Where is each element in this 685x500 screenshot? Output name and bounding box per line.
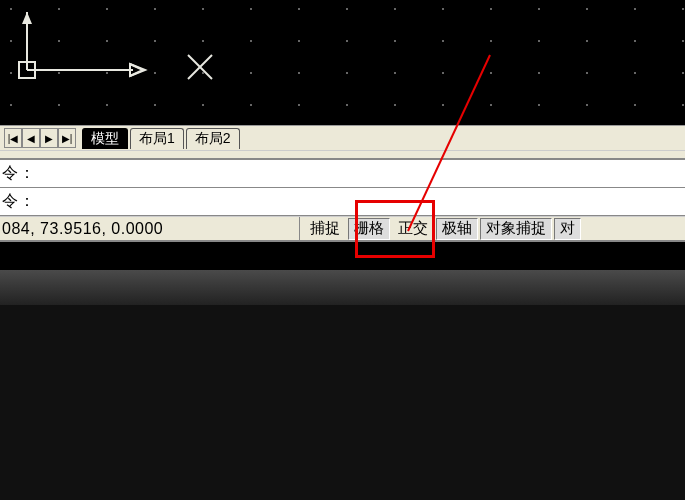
grid-dot [10, 104, 12, 106]
grid-dot [538, 104, 540, 106]
grid-dot [58, 72, 60, 74]
grid-dot [58, 104, 60, 106]
grid-dot [202, 40, 204, 42]
shadow-strip [0, 270, 685, 305]
grid-dot [490, 8, 492, 10]
grid-dot [634, 40, 636, 42]
grid-dot [250, 104, 252, 106]
grid-dot [586, 40, 588, 42]
layout-tab-row: |◀ ◀ ▶ ▶| 模型 布局1 布局2 [0, 125, 685, 150]
status-bar: 084, 73.9516, 0.0000 捕捉 栅格 正交 极轴 对象捕捉 对 [0, 216, 685, 242]
grid-dot [538, 8, 540, 10]
grid-dot [634, 72, 636, 74]
grid-dot [202, 72, 204, 74]
vcr-first[interactable]: |◀ [4, 128, 22, 148]
cursor-crosshair [185, 52, 215, 85]
grid-dot [490, 72, 492, 74]
grid-dot [58, 8, 60, 10]
grid-dot [634, 8, 636, 10]
grid-dot [10, 8, 12, 10]
grid-dot [346, 72, 348, 74]
grid-dot [298, 104, 300, 106]
ucs-icon [15, 12, 155, 95]
osnap-toggle[interactable]: 对象捕捉 [480, 218, 552, 240]
ortho-toggle[interactable]: 正交 [392, 218, 434, 240]
grid-dot [298, 72, 300, 74]
grid-dot [682, 40, 684, 42]
grid-dot [298, 8, 300, 10]
grid-dot [106, 104, 108, 106]
grid-dot [154, 72, 156, 74]
grid-dot [634, 104, 636, 106]
grid-dot [538, 72, 540, 74]
grid-dot [346, 40, 348, 42]
grid-dot [442, 8, 444, 10]
grid-dot [490, 104, 492, 106]
grid-dot [682, 104, 684, 106]
tab-model[interactable]: 模型 [82, 128, 128, 149]
grid-dot [10, 40, 12, 42]
command-history-line: 令： [0, 160, 685, 188]
grid-dot [394, 72, 396, 74]
vcr-controls: |◀ ◀ ▶ ▶| [4, 128, 76, 148]
grid-dot [250, 72, 252, 74]
grid-dot [586, 104, 588, 106]
vcr-next[interactable]: ▶ [40, 128, 58, 148]
coordinates-readout: 084, 73.9516, 0.0000 [0, 217, 300, 240]
grid-toggle[interactable]: 栅格 [348, 218, 390, 240]
grid-dot [682, 72, 684, 74]
grid-dot [58, 40, 60, 42]
lower-void [0, 305, 685, 500]
grid-dot [346, 8, 348, 10]
mode-toggles: 捕捉 栅格 正交 极轴 对象捕捉 对 [300, 217, 685, 240]
tab-layout2[interactable]: 布局2 [186, 128, 240, 149]
grid-dot [538, 40, 540, 42]
grid-dot [442, 72, 444, 74]
grid-dot [346, 104, 348, 106]
grid-dot [10, 72, 12, 74]
grid-dot [394, 40, 396, 42]
grid-dot [490, 40, 492, 42]
grid-dot [154, 8, 156, 10]
grid-dot [154, 40, 156, 42]
vcr-last[interactable]: ▶| [58, 128, 76, 148]
grid-dot [442, 104, 444, 106]
grid-dot [106, 72, 108, 74]
separator [0, 150, 685, 160]
grid-dot [586, 8, 588, 10]
grid-dot [202, 8, 204, 10]
grid-dot [586, 72, 588, 74]
ui-panel: |◀ ◀ ▶ ▶| 模型 布局1 布局2 令： 令： 084, 73.9516,… [0, 125, 685, 242]
grid-dot [250, 8, 252, 10]
drawing-canvas[interactable]: // dots will be injected after JSON load [0, 0, 685, 125]
otrack-toggle[interactable]: 对 [554, 218, 581, 240]
grid-dot [298, 40, 300, 42]
polar-toggle[interactable]: 极轴 [436, 218, 478, 240]
svg-marker-1 [22, 12, 32, 24]
grid-dot [106, 40, 108, 42]
tab-layout1[interactable]: 布局1 [130, 128, 184, 149]
vcr-prev[interactable]: ◀ [22, 128, 40, 148]
grid-dot [250, 40, 252, 42]
grid-dot [442, 40, 444, 42]
grid-dot [682, 8, 684, 10]
grid-dot [394, 8, 396, 10]
command-input-line[interactable]: 令： [0, 188, 685, 216]
grid-dot [154, 104, 156, 106]
grid-dot [394, 104, 396, 106]
snap-toggle[interactable]: 捕捉 [304, 218, 346, 240]
grid-dot [202, 104, 204, 106]
grid-dot [106, 8, 108, 10]
